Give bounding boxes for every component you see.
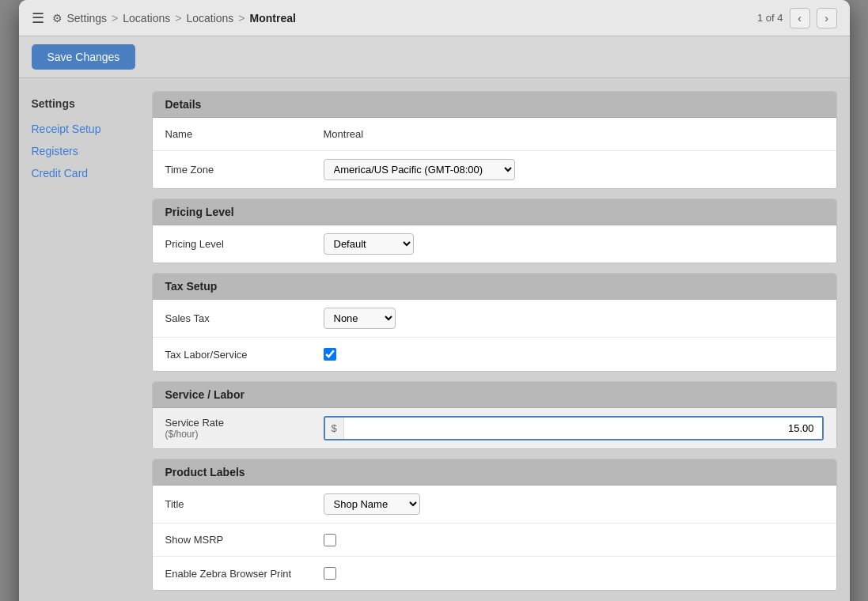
breadcrumb-current: Montreal <box>250 12 296 25</box>
sidebar-item-credit-card[interactable]: Credit Card <box>19 162 146 184</box>
prev-arrow[interactable]: ‹ <box>790 8 810 28</box>
name-row: Name Montreal <box>153 118 836 151</box>
gear-icon: ⚙ <box>52 12 63 25</box>
service-rate-sublabel: ($/hour) <box>165 429 324 440</box>
service-rate-label: Service Rate <box>165 417 324 429</box>
breadcrumb-settings[interactable]: Settings <box>67 12 108 25</box>
tax-labor-row: Tax Labor/Service <box>153 338 836 371</box>
service-rate-label-wrap: Service Rate ($/hour) <box>165 417 324 440</box>
details-section: Details Name Montreal Time Zone America/… <box>152 91 837 189</box>
tax-section: Tax Setup Sales Tax None Standard Custom… <box>152 273 837 372</box>
zebra-label: Enable Zebra Browser Print <box>165 568 324 580</box>
titlebar-right: 1 of 4 ‹ › <box>757 8 837 28</box>
toolbar: Save Changes <box>19 36 850 78</box>
pricing-select[interactable]: Default Price Level 1 Price Level 2 <box>324 233 414 255</box>
breadcrumb-sep2: > <box>175 12 181 25</box>
sales-tax-select[interactable]: None Standard Custom <box>324 308 396 329</box>
service-section: Service / Labor Service Rate ($/hour) $ <box>152 381 837 449</box>
pagination-label: 1 of 4 <box>757 12 783 24</box>
dollar-sign: $ <box>325 418 344 439</box>
pricing-header: Pricing Level <box>153 199 836 225</box>
sales-tax-label: Sales Tax <box>165 312 324 324</box>
timezone-label: Time Zone <box>165 164 324 176</box>
breadcrumb-locations1[interactable]: Locations <box>123 12 170 25</box>
sidebar-item-registers[interactable]: Registers <box>19 140 146 162</box>
app-window: ☰ ⚙ Settings > Locations > Locations > M… <box>19 0 850 601</box>
sales-tax-row: Sales Tax None Standard Custom <box>153 300 836 338</box>
pricing-row: Pricing Level Default Price Level 1 Pric… <box>153 225 836 263</box>
service-rate-row: Service Rate ($/hour) $ <box>153 408 836 448</box>
details-header: Details <box>153 92 836 118</box>
pricing-label: Pricing Level <box>165 238 324 250</box>
save-button[interactable]: Save Changes <box>32 44 136 70</box>
main-layout: Settings Receipt Setup Registers Credit … <box>19 78 850 601</box>
breadcrumb-sep3: > <box>238 12 244 25</box>
msrp-checkbox[interactable] <box>324 534 336 546</box>
breadcrumb-sep1: > <box>112 12 118 25</box>
title-row: Title Shop Name Product Name Both <box>153 486 836 524</box>
msrp-label: Show MSRP <box>165 534 324 546</box>
titlebar-left: ☰ ⚙ Settings > Locations > Locations > M… <box>32 9 296 27</box>
msrp-row: Show MSRP <box>153 524 836 557</box>
timezone-select[interactable]: America/US Pacific (GMT-08:00) America/U… <box>324 159 515 180</box>
sidebar-heading: Settings <box>19 94 146 118</box>
tax-labor-label: Tax Labor/Service <box>165 349 324 361</box>
title-select[interactable]: Shop Name Product Name Both <box>324 493 420 515</box>
breadcrumb-locations2[interactable]: Locations <box>186 12 233 25</box>
titlebar: ☰ ⚙ Settings > Locations > Locations > M… <box>19 0 850 36</box>
breadcrumb: ⚙ Settings > Locations > Locations > Mon… <box>52 12 296 25</box>
next-arrow[interactable]: › <box>817 8 837 28</box>
zebra-checkbox[interactable] <box>324 567 336 580</box>
product-labels-header: Product Labels <box>153 459 836 486</box>
name-label: Name <box>165 128 324 140</box>
service-rate-input[interactable] <box>344 418 822 439</box>
name-value: Montreal <box>324 128 364 140</box>
pricing-section: Pricing Level Pricing Level Default Pric… <box>152 198 837 263</box>
product-labels-section: Product Labels Title Shop Name Product N… <box>152 459 837 591</box>
sidebar-item-receipt-setup[interactable]: Receipt Setup <box>19 118 146 140</box>
title-label: Title <box>165 498 324 510</box>
service-rate-input-wrap: $ <box>324 416 824 440</box>
timezone-row: Time Zone America/US Pacific (GMT-08:00)… <box>153 151 836 188</box>
sidebar: Settings Receipt Setup Registers Credit … <box>19 78 146 601</box>
service-header: Service / Labor <box>153 382 836 408</box>
hamburger-icon[interactable]: ☰ <box>32 9 44 27</box>
content-area: Details Name Montreal Time Zone America/… <box>146 78 850 601</box>
tax-header: Tax Setup <box>153 274 836 300</box>
zebra-row: Enable Zebra Browser Print <box>153 557 836 590</box>
tax-labor-checkbox[interactable] <box>324 348 336 361</box>
